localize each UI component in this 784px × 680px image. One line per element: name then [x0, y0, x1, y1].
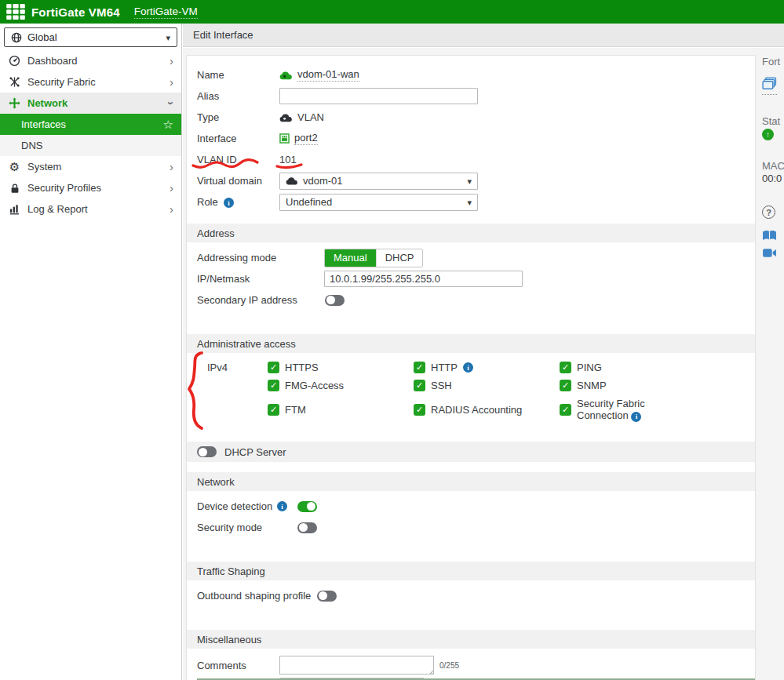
sidebar-item-dashboard[interactable]: Dashboard — [0, 50, 181, 71]
mac-panel-label: MAC — [762, 160, 784, 172]
interface-value-link[interactable]: port2 — [294, 132, 318, 145]
secondary-ip-row: Secondary IP address — [197, 289, 746, 311]
references-icon[interactable] — [762, 77, 777, 95]
sidebar: Global Dashboard Security Fabric Network — [0, 24, 182, 680]
alias-input[interactable] — [279, 88, 478, 104]
virtual-domain-row: Virtual domain vdom-01 — [197, 170, 746, 191]
section-header-miscellaneous: Miscellaneous — [187, 630, 755, 649]
checkbox-checked-icon[interactable] — [560, 380, 571, 391]
mac-panel-value: 00:0 — [762, 173, 782, 184]
dhcp-server-band: DHCP Server — [187, 442, 755, 462]
checkbox-checked-icon[interactable] — [414, 380, 425, 391]
sidebar-item-security-fabric[interactable]: Security Fabric — [0, 71, 181, 93]
info-icon[interactable] — [463, 362, 473, 373]
vlan-id-label: VLAN ID — [197, 154, 279, 165]
vlan-cloud-green-icon — [279, 71, 293, 80]
dhcp-server-toggle[interactable] — [197, 446, 217, 457]
device-model-title: FortiGate VM64 — [31, 5, 120, 19]
admin-access-grid: IPv4 HTTPS FMG-Access FTM HTTP SSH RADIU… — [197, 358, 746, 424]
admin-access-col1: HTTPS FMG-Access FTM — [268, 358, 414, 424]
admin-access-radius[interactable]: RADIUS Accounting — [414, 395, 560, 424]
vdom-cloud-icon — [286, 176, 298, 185]
outbound-shaping-toggle[interactable] — [317, 591, 337, 602]
alias-label: Alias — [197, 90, 279, 102]
sidebar-item-security-profiles[interactable]: Security Profiles — [0, 177, 181, 198]
security-mode-row: Security mode — [197, 517, 746, 538]
sidebar-item-system[interactable]: System — [0, 156, 181, 177]
admin-access-snmp[interactable]: SNMP — [560, 376, 706, 395]
help-icon[interactable] — [762, 205, 775, 219]
sidebar-item-label: Security Profiles — [27, 182, 101, 194]
ipv4-label: IPv4 — [197, 358, 268, 424]
sidebar-item-label: Dashboard — [27, 55, 78, 67]
virtual-domain-select[interactable]: vdom-01 — [279, 173, 478, 190]
role-value: Undefined — [286, 196, 462, 208]
sidebar-item-network[interactable]: Network — [0, 93, 181, 114]
video-tutorial-camera-icon[interactable] — [762, 248, 777, 260]
security-mode-toggle[interactable] — [297, 522, 317, 533]
admin-access-fmg[interactable]: FMG-Access — [268, 376, 414, 395]
admin-access-ssh[interactable]: SSH — [414, 376, 560, 395]
device-detection-row: Device detection — [197, 496, 746, 517]
sidebar-item-label: Interfaces — [21, 118, 66, 130]
vdom-selector[interactable]: Global — [4, 27, 177, 47]
sidebar-item-label: DNS — [21, 140, 42, 151]
info-icon[interactable] — [277, 501, 287, 511]
info-icon[interactable] — [631, 412, 641, 422]
chevron-down-icon — [467, 175, 472, 187]
virtual-domain-value: vdom-01 — [303, 175, 462, 187]
comments-row: Comments 0/255 — [197, 653, 746, 677]
sidebar-item-label: Security Fabric — [27, 76, 96, 88]
info-icon[interactable] — [224, 198, 234, 208]
dhcp-server-label: DHCP Server — [224, 446, 286, 458]
sidebar-item-label: Network — [27, 97, 67, 109]
addressing-mode-dhcp-button[interactable]: DHCP — [376, 249, 423, 267]
ip-netmask-label: IP/Netmask — [197, 273, 324, 285]
checkbox-checked-icon[interactable] — [268, 362, 279, 373]
name-value-link[interactable]: vdom-01-wan — [297, 68, 359, 82]
checkbox-checked-icon[interactable] — [268, 380, 279, 391]
checkbox-checked-icon[interactable] — [414, 404, 425, 416]
sidebar-item-log-report[interactable]: Log & Report — [0, 198, 181, 220]
admin-access-https[interactable]: HTTPS — [268, 358, 414, 376]
sidebar-item-dns[interactable]: DNS — [0, 135, 181, 156]
comments-label: Comments — [197, 660, 279, 671]
sidebar-item-interfaces[interactable]: Interfaces — [0, 114, 181, 135]
checkbox-checked-icon[interactable] — [560, 404, 571, 416]
checkbox-checked-icon[interactable] — [414, 362, 425, 373]
interface-row: Interface port2 — [197, 128, 746, 149]
online-help-book-icon[interactable] — [762, 230, 777, 244]
chevron-down-icon — [467, 196, 472, 208]
device-panel-label: Fort — [762, 56, 780, 67]
checkbox-checked-icon[interactable] — [560, 362, 571, 373]
outbound-shaping-label: Outbound shaping profile — [197, 590, 311, 602]
ip-netmask-input[interactable] — [324, 271, 523, 287]
chevron-right-icon — [170, 161, 173, 173]
chevron-right-icon — [170, 182, 173, 194]
device-detection-toggle[interactable] — [297, 501, 317, 512]
addressing-mode-label: Addressing mode — [197, 252, 324, 264]
sidebar-item-label: Log & Report — [27, 203, 88, 215]
admin-access-ping[interactable]: PING — [560, 358, 706, 376]
role-select[interactable]: Undefined — [279, 194, 478, 211]
comments-textarea[interactable] — [279, 656, 434, 675]
vlan-cloud-dark-icon — [279, 113, 293, 122]
section-header-traffic-shaping: Traffic Shaping — [187, 562, 755, 580]
alias-row: Alias — [197, 85, 746, 107]
type-label: Type — [197, 111, 279, 123]
admin-access-security-fabric[interactable]: Security Fabric Connection — [560, 395, 706, 424]
name-row: Name vdom-01-wan — [197, 64, 746, 85]
checkbox-checked-icon[interactable] — [268, 404, 279, 416]
secondary-ip-toggle[interactable] — [325, 295, 345, 306]
gear-icon — [8, 160, 21, 174]
admin-access-ftm[interactable]: FTM — [268, 395, 414, 424]
fortinet-logo-icon — [6, 4, 25, 20]
favorite-star-icon[interactable] — [163, 118, 173, 132]
addressing-mode-manual-button[interactable]: Manual — [325, 249, 376, 267]
section-header-network: Network — [187, 472, 755, 491]
hostname-link[interactable]: FortiGate-VM — [134, 5, 198, 19]
type-row: Type VLAN — [197, 107, 746, 128]
role-label: Role — [197, 196, 279, 209]
vlan-id-value: 101 — [279, 154, 297, 165]
admin-access-http[interactable]: HTTP — [414, 358, 560, 376]
